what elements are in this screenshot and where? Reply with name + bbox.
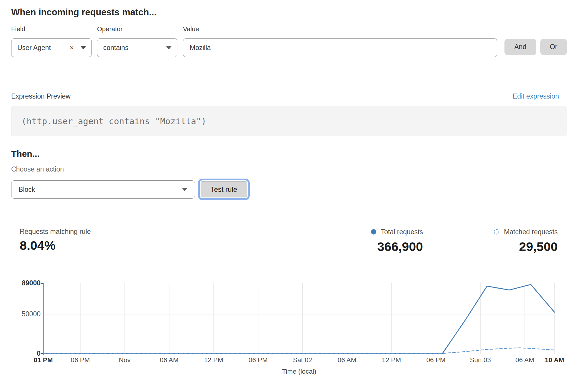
value-input[interactable] [183,38,497,57]
matched-requests-legend: Matched requests 29,500 [469,228,558,254]
x-axis-tick-label: 12 PM [374,356,409,364]
requests-chart: 89000500000 01 PM06 PMNov06 AM12 PM06 PM… [0,274,588,381]
firewall-rule-panel: When incoming requests match... Field Op… [0,0,588,381]
total-requests-dot-icon [371,229,376,234]
x-axis-tick-label: Sun 03 [463,356,498,364]
then-heading: Then... [11,149,40,159]
y-axis-tick-label: 50000 [11,310,41,318]
clear-icon[interactable]: × [70,44,74,52]
field-select[interactable]: User Agent × [11,38,92,57]
choose-action-label: Choose an action [11,165,64,173]
x-axis-tick-label: 06 AM [151,356,187,364]
matched-requests-label: Matched requests [504,228,558,236]
x-axis-tick-label: 12 PM [196,356,231,364]
page-title: When incoming requests match... [11,7,156,18]
operator-select[interactable]: contains [97,38,177,57]
total-requests-value: 366,900 [335,239,423,254]
total-requests-legend: Total requests 366,900 [335,228,423,254]
chevron-down-icon [182,188,188,191]
chart-canvas [0,274,588,357]
requests-matching-value: 8.04% [20,238,56,253]
expression-preview-label: Expression Preview [11,92,71,100]
x-axis-tick-label: Sat 02 [285,356,320,364]
and-button[interactable]: And [504,39,536,55]
action-select[interactable]: Block [11,180,195,199]
x-axis-tick-label: 06 PM [240,356,276,364]
requests-matching-label: Requests matching rule [20,228,91,236]
chevron-down-icon [80,46,86,49]
x-axis-tick-label: 06 PM [418,356,454,364]
field-label: Field [11,25,25,33]
matched-requests-value: 29,500 [469,239,558,254]
or-button[interactable]: Or [540,39,567,55]
action-select-value: Block [19,186,35,194]
test-rule-button[interactable]: Test rule [201,181,247,197]
y-axis-tick-label: 89000 [11,279,41,287]
x-axis-tick-label: 01 PM [26,356,61,364]
x-axis-tick-label: 06 PM [63,356,98,364]
field-select-value: User Agent [17,44,51,52]
matched-requests-circle-icon [494,229,499,234]
value-label: Value [183,25,199,33]
expression-code: (http.user_agent contains "Mozilla") [11,116,206,126]
expression-code-box: (http.user_agent contains "Mozilla") [11,106,567,136]
x-axis-tick-label: Nov [107,356,142,364]
total-requests-label: Total requests [381,228,423,236]
time-axis-title: Time (local) [264,368,334,375]
x-axis-tick-label: 06 AM [329,356,365,364]
operator-select-value: contains [103,44,129,52]
edit-expression-link[interactable]: Edit expression [513,92,559,100]
chevron-down-icon [166,46,172,49]
operator-label: Operator [97,25,123,33]
x-axis-tick-label: 10 AM [537,356,572,364]
